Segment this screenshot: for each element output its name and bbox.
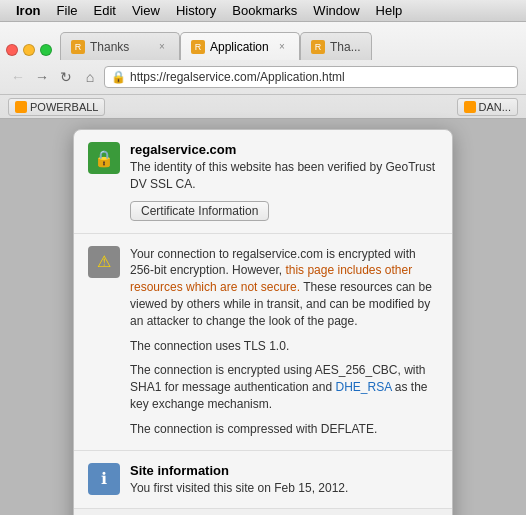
address-row: ← → ↻ ⌂ 🔒 https://regalservice.com/Appli… <box>0 60 526 94</box>
popup-footer: What do these mean? <box>74 509 452 515</box>
reload-button[interactable]: ↻ <box>56 67 76 87</box>
bookmark-icon-dan <box>464 101 476 113</box>
green-lock-icon: 🔒 <box>88 142 120 174</box>
menu-view[interactable]: View <box>124 3 168 18</box>
menu-iron[interactable]: Iron <box>8 3 49 18</box>
window-close-button[interactable] <box>6 44 18 56</box>
cert-site-title: regalservice.com <box>130 142 438 157</box>
info-icon: ℹ <box>88 463 120 495</box>
site-info-body: You first visited this site on Feb 15, 2… <box>130 480 438 497</box>
tab-partial-label: Tha... <box>330 40 361 54</box>
bookmark-dan[interactable]: DAN... <box>457 98 518 116</box>
menu-bookmarks[interactable]: Bookmarks <box>224 3 305 18</box>
deflate-line: The connection is compressed with DEFLAT… <box>130 421 438 438</box>
encryption-section: ⚠ Your connection to regalservice.com is… <box>74 234 452 451</box>
content-area: 🔒 regalservice.com The identity of this … <box>0 119 526 515</box>
bookmark-icon-powerball <box>15 101 27 113</box>
tab-application[interactable]: R Application × <box>180 32 300 60</box>
lock-icon: 🔒 <box>111 70 126 84</box>
browser-chrome: R Thanks × R Application × R Tha... ← → … <box>0 22 526 119</box>
encryption-content: Your connection to regalservice.com is e… <box>130 246 438 438</box>
back-button[interactable]: ← <box>8 67 28 87</box>
window-maximize-button[interactable] <box>40 44 52 56</box>
tab-application-close[interactable]: × <box>275 40 289 54</box>
bookmark-powerball[interactable]: POWERBALL <box>8 98 105 116</box>
window-controls <box>6 44 52 60</box>
forward-button[interactable]: → <box>32 67 52 87</box>
bookmark-powerball-label: POWERBALL <box>30 101 98 113</box>
site-info-title: Site information <box>130 463 438 478</box>
url-text: https://regalservice.com/Application.htm… <box>130 70 345 84</box>
tab-partial[interactable]: R Tha... <box>300 32 372 60</box>
cert-section: 🔒 regalservice.com The identity of this … <box>74 130 452 234</box>
tabs-row: R Thanks × R Application × R Tha... <box>0 22 526 60</box>
menu-file[interactable]: File <box>49 3 86 18</box>
site-info-content: Site information You first visited this … <box>130 463 438 497</box>
bookmark-dan-label: DAN... <box>479 101 511 113</box>
tab-favicon-partial: R <box>311 40 325 54</box>
certificate-info-button[interactable]: Certificate Information <box>130 201 269 221</box>
window-minimize-button[interactable] <box>23 44 35 56</box>
home-button[interactable]: ⌂ <box>80 67 100 87</box>
tls-line: The connection uses TLS 1.0. <box>130 338 438 355</box>
encryption-details: The connection is encrypted using AES_25… <box>130 362 438 412</box>
dhe-rsa-text: DHE_RSA <box>335 380 391 394</box>
menu-window[interactable]: Window <box>305 3 367 18</box>
bookmarks-bar: POWERBALL DAN... <box>0 94 526 118</box>
tab-thanks-label: Thanks <box>90 40 129 54</box>
menubar: Iron File Edit View History Bookmarks Wi… <box>0 0 526 22</box>
menu-help[interactable]: Help <box>368 3 411 18</box>
tab-favicon-thanks: R <box>71 40 85 54</box>
security-popup: 🔒 regalservice.com The identity of this … <box>73 129 453 515</box>
address-bar[interactable]: 🔒 https://regalservice.com/Application.h… <box>104 66 518 88</box>
warning-icon: ⚠ <box>88 246 120 278</box>
tab-thanks[interactable]: R Thanks × <box>60 32 180 60</box>
cert-body: The identity of this website has been ve… <box>130 159 438 193</box>
tab-application-label: Application <box>210 40 269 54</box>
encryption-body: Your connection to regalservice.com is e… <box>130 246 438 330</box>
menu-edit[interactable]: Edit <box>86 3 124 18</box>
tab-favicon-application: R <box>191 40 205 54</box>
menu-history[interactable]: History <box>168 3 224 18</box>
cert-content: regalservice.com The identity of this we… <box>130 142 438 221</box>
tab-thanks-close[interactable]: × <box>155 40 169 54</box>
site-info-section: ℹ Site information You first visited thi… <box>74 451 452 510</box>
